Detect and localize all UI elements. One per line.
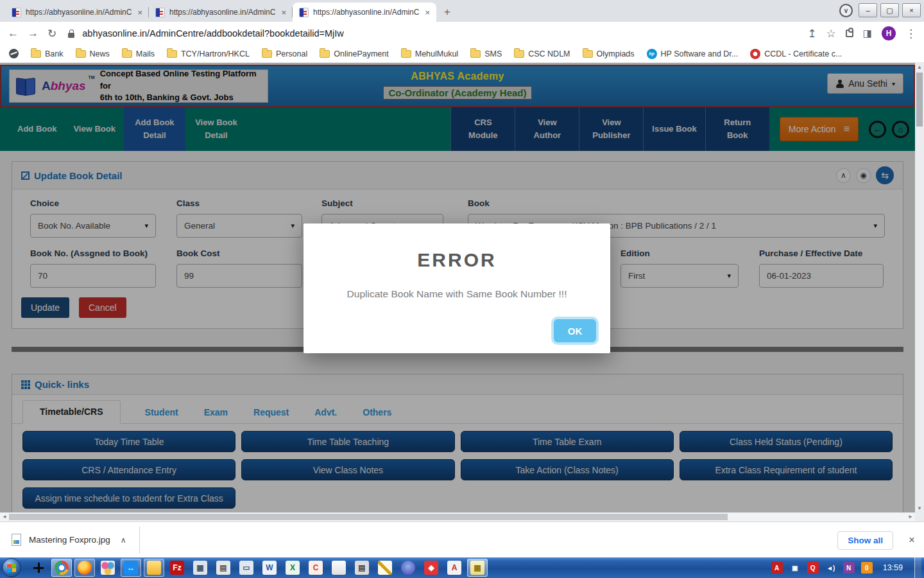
taskbar: ↔ Fz ▦ ▤ ▭ W — [0, 557, 924, 578]
tab-close-icon[interactable]: × — [424, 8, 431, 17]
window-minimize-button[interactable]: – — [859, 3, 877, 17]
scroll-down-arrow[interactable]: ▼ — [915, 505, 924, 511]
filezilla-icon[interactable]: Fz — [167, 559, 187, 577]
ar-app-icon[interactable]: A — [444, 559, 465, 577]
site-favicon — [12, 8, 21, 17]
address-url[interactable]: abhyasonline.in/AdminCentre/addbookdetai… — [82, 28, 798, 39]
download-file-name[interactable]: Mastering Foxpro.jpg — [29, 535, 110, 545]
vertical-scroll-thumb[interactable] — [916, 73, 923, 127]
menu-kebab-icon[interactable]: ⋮ — [905, 27, 916, 40]
explorer-icon[interactable] — [144, 559, 164, 577]
tab-close-icon[interactable]: × — [136, 8, 144, 17]
onenote-tray-icon[interactable]: N — [843, 562, 855, 574]
error-modal: ERROR Duplicate Book Name with Same Book… — [304, 223, 610, 353]
notes-icon[interactable] — [375, 559, 395, 577]
firefox-icon[interactable] — [74, 559, 95, 577]
back-icon[interactable]: ← — [8, 27, 19, 40]
bookmark-item[interactable]: Olympiads — [583, 49, 635, 58]
bookmark-item[interactable]: SMS — [470, 49, 502, 58]
start-button[interactable] — [2, 558, 21, 577]
vertical-scrollbar[interactable]: ▲ ▼ — [915, 63, 924, 512]
bookmark-item[interactable]: MehulMukul — [401, 49, 458, 58]
window-maximize-button[interactable]: ▢ — [880, 3, 899, 17]
new-tab-button[interactable]: + — [439, 4, 456, 21]
chrome-icon[interactable] — [51, 559, 72, 577]
site-favicon — [299, 8, 309, 17]
bookmark-item[interactable]: Bank — [31, 49, 64, 58]
bookmark-icon — [320, 50, 330, 58]
show-all-button[interactable]: Show all — [837, 531, 893, 550]
bookmark-icon — [470, 50, 481, 58]
site-favicon — [155, 8, 165, 17]
refresh-icon[interactable]: ↻ — [47, 27, 56, 40]
bookmark-label: Personal — [276, 49, 307, 58]
volume-tray-icon[interactable]: ◄) — [825, 562, 837, 574]
bookmark-icon — [122, 50, 132, 58]
bookmark-label: MehulMukul — [415, 49, 458, 58]
bookmark-label: CSC NDLM — [528, 49, 570, 58]
show-desktop-button[interactable] — [914, 557, 921, 578]
powerpoint-icon[interactable]: C — [305, 559, 326, 577]
globe-icon[interactable] — [9, 49, 19, 58]
tab-title: https://abhyasonline.in/AdminCe — [26, 8, 132, 17]
share-icon[interactable]: ↥ — [807, 27, 816, 40]
red-app-icon[interactable]: ◆ — [421, 559, 441, 577]
quickheal-tray-icon[interactable]: Q — [807, 562, 819, 574]
bookmarks-bar: Bank News Mails TCY/Hartron/HKCL Persona… — [0, 45, 924, 63]
profile-avatar[interactable]: H — [882, 26, 896, 40]
paint-icon[interactable] — [98, 559, 118, 577]
modal-message: Duplicate Book Name with Same Book Numbe… — [304, 288, 610, 300]
lock-icon — [68, 33, 74, 38]
download-separator — [139, 527, 140, 554]
scanner-icon[interactable]: ▭ — [236, 559, 257, 577]
horizontal-scrollbar[interactable]: ◄ ► — [0, 512, 915, 521]
bookmark-item[interactable]: HP Software and Dr... — [647, 49, 739, 59]
word-icon[interactable]: W — [259, 559, 280, 577]
adobe-tray-icon[interactable]: A — [771, 562, 783, 574]
horizontal-scroll-thumb[interactable] — [9, 514, 728, 520]
side-panel-icon[interactable]: ◨ — [863, 28, 872, 39]
page-viewport: AbhyasTM Concept Based Online Testing Pl… — [0, 63, 924, 521]
bookmark-label: OnlinePayment — [334, 49, 388, 58]
extensions-icon[interactable] — [846, 30, 853, 37]
scrollbar-corner — [915, 512, 924, 521]
move-tool-icon[interactable] — [28, 559, 49, 577]
browser-tab[interactable]: https://abhyasonline.in/AdminCe × — [5, 3, 149, 22]
download-options-chevron-icon[interactable]: ∧ — [121, 536, 126, 545]
download-bar-close-icon[interactable]: × — [909, 534, 915, 547]
scroll-right-arrow[interactable]: ► — [908, 514, 913, 520]
calculator-icon[interactable]: ▦ — [190, 559, 210, 577]
drop-app-icon[interactable] — [398, 559, 418, 577]
folder-app-icon[interactable] — [329, 559, 349, 577]
bookmark-item[interactable]: CSC NDLM — [514, 49, 570, 58]
tab-close-icon[interactable]: × — [280, 8, 287, 17]
bookmark-item[interactable]: TCY/Hartron/HKCL — [167, 49, 250, 58]
fax-icon[interactable]: ▦ — [467, 559, 488, 577]
ok-button[interactable]: OK — [551, 317, 599, 345]
modal-title: ERROR — [304, 249, 610, 271]
browser-tab[interactable]: https://abhyasonline.in/AdminCe × — [293, 3, 436, 22]
bookmark-item[interactable]: CCDL - Certificate c... — [750, 49, 842, 59]
bookmark-label: News — [90, 49, 110, 58]
bookmark-star-icon[interactable]: ☆ — [826, 27, 836, 40]
zero-badge-tray-icon[interactable]: 0 — [861, 562, 873, 574]
printer-icon[interactable]: ▤ — [213, 559, 234, 577]
taskbar-clock[interactable]: 13:59 — [883, 563, 903, 572]
forward-icon[interactable]: → — [28, 27, 38, 40]
teamviewer-icon[interactable]: ↔ — [121, 559, 141, 577]
bookmark-item[interactable]: Personal — [262, 49, 307, 58]
bookmark-label: Olympiads — [597, 49, 635, 58]
window-close-button[interactable]: × — [902, 3, 921, 17]
bookmark-item[interactable]: OnlinePayment — [320, 49, 388, 58]
download-bar: Mastering Foxpro.jpg ∧ Show all × — [0, 521, 924, 557]
copier-icon[interactable]: ▤ — [352, 559, 372, 577]
scroll-up-arrow[interactable]: ▲ — [915, 64, 924, 70]
network-tray-icon[interactable]: ▣ — [789, 562, 801, 574]
bookmark-item[interactable]: News — [76, 49, 110, 58]
scroll-left-arrow[interactable]: ◄ — [2, 514, 7, 520]
bookmark-item[interactable]: Mails — [122, 49, 155, 58]
browser-tab[interactable]: https://abhyasonline.in/AdminCe × — [149, 3, 293, 22]
tab-search-icon[interactable]: ∨ — [839, 4, 853, 17]
bookmark-label: CCDL - Certificate c... — [764, 49, 842, 58]
excel-icon[interactable]: X — [282, 559, 303, 577]
